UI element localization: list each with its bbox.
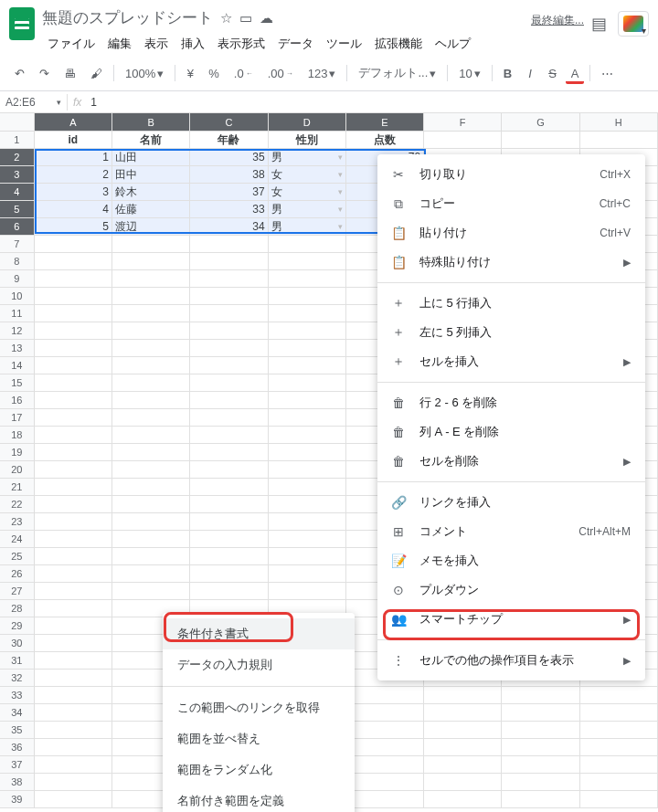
cell[interactable] [269,357,346,374]
cell[interactable] [502,704,579,722]
cell[interactable] [269,565,346,583]
strikethrough-button[interactable]: S [543,63,562,84]
menu-item[interactable]: 拡張機能 [369,32,428,56]
row-header[interactable]: 5 [0,201,35,218]
cell[interactable] [35,427,112,444]
cell[interactable] [112,392,190,409]
cell[interactable]: 男 [269,201,346,218]
context-menu-item[interactable]: 👥スマートチップ▶ [377,605,645,634]
cell[interactable] [502,739,579,756]
cell[interactable] [35,652,112,670]
row-header[interactable]: 24 [0,531,35,548]
menu-item[interactable]: 表示 [139,32,174,56]
col-header[interactable]: H [580,113,658,132]
undo-button[interactable]: ↶ [9,63,30,84]
context-menu-item[interactable]: 📝メモを挿入 [377,546,645,575]
cell[interactable] [269,427,346,444]
cell[interactable] [35,583,112,600]
row-header[interactable]: 23 [0,513,35,531]
font-select[interactable]: デフォルト... ▾ [353,61,441,85]
context-menu-item[interactable]: ⊙プルダウン [377,575,645,605]
cell[interactable] [346,687,424,704]
row-header[interactable]: 20 [0,461,35,479]
cell[interactable] [424,687,502,704]
cell[interactable] [269,288,346,305]
cell[interactable] [112,340,190,357]
context-menu-item[interactable]: ⋮セルでの他の操作項目を表示▶ [377,646,645,675]
cell[interactable] [190,357,268,374]
cell[interactable]: 38 [190,166,268,184]
font-size-select[interactable]: 10 ▾ [453,63,485,84]
row-header[interactable]: 1 [0,132,35,149]
cell[interactable] [190,253,268,270]
cell[interactable] [580,739,658,756]
cell[interactable] [190,479,268,496]
row-header[interactable]: 34 [0,704,35,722]
star-icon[interactable]: ☆ [220,10,232,26]
cell[interactable] [190,461,268,479]
percent-button[interactable]: % [203,63,225,84]
cell[interactable] [502,774,579,791]
cell[interactable] [346,722,424,739]
cell[interactable] [35,392,112,409]
context-menu-item[interactable]: 🔗リンクを挿入 [377,488,645,517]
cell[interactable] [35,461,112,479]
row-header[interactable]: 30 [0,635,35,652]
row-header[interactable]: 13 [0,340,35,357]
cell[interactable] [112,531,190,548]
cell[interactable] [502,687,579,704]
cell[interactable]: 鈴木 [112,184,190,201]
comment-history-icon[interactable]: ▤ [591,14,607,34]
col-header[interactable]: G [502,113,579,132]
cell[interactable]: 女 [269,166,346,184]
cell[interactable] [35,774,112,791]
last-edit-link[interactable]: 最終編集... [531,7,584,28]
cell[interactable] [580,756,658,774]
cell[interactable] [35,756,112,774]
cell[interactable] [190,236,268,253]
submenu-item[interactable]: 範囲をランダム化 [163,754,355,786]
row-header[interactable]: 12 [0,322,35,340]
col-header[interactable]: A [35,113,112,132]
row-header[interactable]: 15 [0,374,35,392]
cell[interactable]: 37 [190,184,268,201]
print-button[interactable]: 🖶 [58,63,81,84]
cell[interactable] [112,461,190,479]
cell[interactable] [190,374,268,392]
cell[interactable] [112,305,190,322]
row-header[interactable]: 32 [0,670,35,687]
cell[interactable] [35,548,112,565]
cell[interactable] [112,565,190,583]
cell[interactable] [424,132,502,149]
sheets-logo-icon[interactable] [9,7,35,40]
row-header[interactable]: 28 [0,600,35,617]
cell[interactable] [190,392,268,409]
cell[interactable] [35,479,112,496]
name-box[interactable]: A2:E6▾ [0,94,68,111]
cell[interactable] [190,270,268,288]
cell[interactable] [346,704,424,722]
cell[interactable] [269,461,346,479]
row-header[interactable]: 35 [0,722,35,739]
context-menu-item[interactable]: ⧉コピーCtrl+C [377,189,645,218]
cell[interactable] [269,374,346,392]
col-header[interactable]: C [190,113,268,132]
cell[interactable] [35,565,112,583]
cell[interactable]: 4 [35,201,112,218]
cell[interactable] [35,322,112,340]
cell[interactable] [269,253,346,270]
cell[interactable] [424,739,502,756]
cell[interactable] [424,756,502,774]
row-header[interactable]: 14 [0,357,35,374]
cell[interactable]: 山田 [112,149,190,166]
row-header[interactable]: 31 [0,652,35,670]
text-color-button[interactable]: A [566,63,585,84]
cell[interactable]: 名前 [112,132,190,149]
context-menu-item[interactable]: ⊞コメントCtrl+Alt+M [377,517,645,546]
row-header[interactable]: 19 [0,444,35,461]
cell[interactable] [190,565,268,583]
cell[interactable]: 35 [190,149,268,166]
more-formats-button[interactable]: 123 ▾ [302,63,342,84]
cell[interactable]: 女 [269,184,346,201]
context-menu-item[interactable]: 📋特殊貼り付け▶ [377,248,645,277]
